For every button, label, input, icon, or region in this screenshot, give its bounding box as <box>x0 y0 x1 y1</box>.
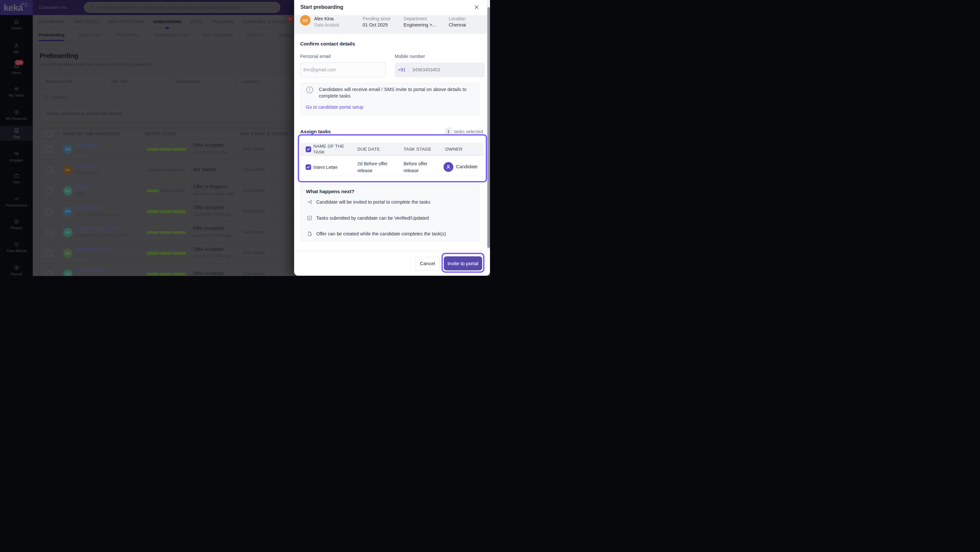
chevron-down-icon <box>228 79 232 83</box>
column-header-bgv: BGV STAGE & STATUS <box>240 129 294 139</box>
filter-department[interactable]: Department <box>171 74 237 89</box>
candidate-name-link[interactable]: Pam Besely <box>76 205 100 210</box>
global-search-input[interactable]: Search employees or actions (Ex: Apply L… <box>84 2 280 13</box>
task-checkbox[interactable] <box>305 164 312 170</box>
home-icon <box>14 19 19 25</box>
dial-code[interactable]: +91 <box>398 67 406 72</box>
sidebar-item-inbox[interactable]: 219Inbox <box>0 60 33 78</box>
pending-since-value: 01 Oct 2025 <box>363 22 388 27</box>
nav-tab-expenses-travel[interactable]: EXPENSES & TRAVEL48 <box>244 15 288 29</box>
row-checkbox[interactable] <box>46 271 52 276</box>
nav-tab-label: PLANNING <box>213 20 234 24</box>
info-icon[interactable] <box>290 132 294 136</box>
nav-tab-dashboard[interactable]: DASHBOARD <box>38 15 65 29</box>
sidebar-item-project[interactable]: Project <box>0 215 33 233</box>
sidebar-item-hire[interactable]: Hire <box>0 169 33 187</box>
subnav-tab-onboarding-tasks[interactable]: Onboarding Tasks <box>154 29 189 41</box>
sidebar-item-performance[interactable]: Performance <box>0 192 33 211</box>
subnav-tab-label: New Joiners <box>78 32 102 37</box>
offer-stage-subtext: Last touch 284d ago <box>193 233 232 238</box>
avatar: GB <box>63 145 73 154</box>
filter-business-unit[interactable]: Business Unit <box>40 74 106 89</box>
keka-logo[interactable]: keka <box>0 0 33 15</box>
subnav-tab-task-templates[interactable]: Task Templates <box>203 29 233 41</box>
invite-to-portal-button[interactable]: Invite to portal <box>444 256 482 271</box>
candidate-name-link[interactable]: Gel Bipson <box>76 143 98 148</box>
candidate-name-link[interactable]: Scralett Johnson <box>76 246 110 252</box>
sidebar-item-org[interactable]: Org <box>0 126 33 141</box>
avatar: SJ <box>63 249 73 258</box>
offer-stage-title: Offer In Progress <box>193 184 228 189</box>
candidate-avatar: AK <box>300 15 310 25</box>
subnav-tab-label: Preboarding <box>39 32 65 37</box>
offer-stage-title: Offer Accepted <box>193 143 223 148</box>
candidate-summary: AK Alex Kina Data Analyst Pending since … <box>294 15 487 34</box>
column-header-due-date: DUE DATE <box>357 146 380 152</box>
divider <box>127 109 127 118</box>
row-checkbox[interactable] <box>46 230 52 236</box>
portal-invite-icon <box>307 199 312 205</box>
sidebar-item-time-attend[interactable]: Time Attend <box>0 238 33 256</box>
sidebar-item-home[interactable]: Home <box>0 15 33 34</box>
sidebar-item-label: Home <box>11 26 22 30</box>
pending-since-label: Pending since <box>363 16 390 21</box>
divider <box>190 164 191 176</box>
nav-tab-onboarding[interactable]: ONBOARDING <box>153 15 182 29</box>
column-header-offer-stage: OFFER STAGE <box>145 129 177 139</box>
candidate-name-link[interactable]: Gaurav Kumar Singh <box>76 225 119 231</box>
bgv-status: Not started <box>243 250 265 255</box>
bgv-status: Not started <box>243 146 265 151</box>
sidebar-item-payroll[interactable]: Payroll <box>0 261 33 276</box>
offer-stage-subtext: Last touch 284d ago <box>193 212 232 217</box>
select-all-checkbox[interactable] <box>46 131 52 137</box>
close-icon[interactable] <box>474 5 479 10</box>
row-checkbox[interactable] <box>46 250 52 256</box>
bgv-status: Not started <box>243 209 265 214</box>
select-all-tasks-checkbox[interactable] <box>305 146 312 152</box>
filter-job-title[interactable]: Job Title <box>105 74 171 89</box>
nav-tab-employees[interactable]: EMPLOYEES <box>74 15 100 29</box>
keka-logo-spark-icon <box>20 2 28 8</box>
candidate-name-link[interactable]: Alex Kina <box>76 163 95 169</box>
sidebar-item-my-team[interactable]: My Team <box>0 82 33 101</box>
engage-icon <box>14 151 19 157</box>
row-checkbox[interactable] <box>46 188 52 194</box>
offer-progress-bar <box>147 190 186 192</box>
nav-tab-planning[interactable]: PLANNING <box>213 15 234 29</box>
row-checkbox[interactable] <box>46 146 52 152</box>
cancel-button[interactable]: Cancel <box>415 257 440 270</box>
row-checkbox[interactable] <box>46 167 52 173</box>
candidate-name-link[interactable]: Biplab G <box>76 184 93 189</box>
filter-label: Location <box>242 79 259 84</box>
row-checkbox[interactable] <box>46 209 52 215</box>
nav-tab-org-structure[interactable]: ORG STRUCTURE <box>108 15 145 29</box>
subnav-tab-preboarding[interactable]: Preboarding <box>39 29 65 41</box>
company-name[interactable]: Darksiders Inc <box>39 0 67 15</box>
sidebar-item-label: Org <box>13 135 19 139</box>
subnav-tab-form-i-9[interactable]: Form I-9 <box>247 29 264 41</box>
offer-stage-title: Not Started <box>193 167 216 172</box>
nav-tab-exits[interactable]: EXITS <box>191 15 203 29</box>
sidebar-item-my-finances[interactable]: My Finances <box>0 106 33 124</box>
confirm-contact-heading: Confirm contact details <box>301 41 355 47</box>
sidebar-item-label: Inbox <box>12 71 21 75</box>
candidate-portal-setup-link[interactable]: Go to candidate portal setup <box>306 105 364 110</box>
filter-label: Business Unit <box>46 79 73 84</box>
global-search-placeholder: Search employees or actions (Ex: Apply L… <box>98 5 242 10</box>
sidebar-item-label: Payroll <box>11 272 22 276</box>
subnav-tab-past-offers[interactable]: Past Offers <box>117 29 139 41</box>
nav-tab-label: EXPENSES & TRAVEL <box>244 20 288 24</box>
drawer-scrollbar-thumb[interactable] <box>487 7 490 248</box>
search-icon <box>44 95 48 99</box>
candidate-name-link[interactable]: Selena Gomez <box>76 267 106 273</box>
personal-email-input[interactable]: thrr@gmail.com <box>301 62 386 78</box>
mobile-number-input[interactable]: +91 34563453453 <box>395 62 485 78</box>
tasks-selected-label: tasks selected <box>454 129 483 134</box>
next-step-text: Offer can be created while the candidate… <box>317 231 446 236</box>
personal-email-placeholder: thrr@gmail.com <box>304 67 336 72</box>
subnav-tab-new-joiners[interactable]: New Joiners <box>78 29 102 41</box>
next-step-text: Candidate will be invited to portal to c… <box>317 199 430 205</box>
sidebar-item-me[interactable]: Me <box>0 39 33 58</box>
sidebar-item-label: Engage <box>10 158 23 162</box>
sidebar-item-engage[interactable]: Engage <box>0 148 33 166</box>
